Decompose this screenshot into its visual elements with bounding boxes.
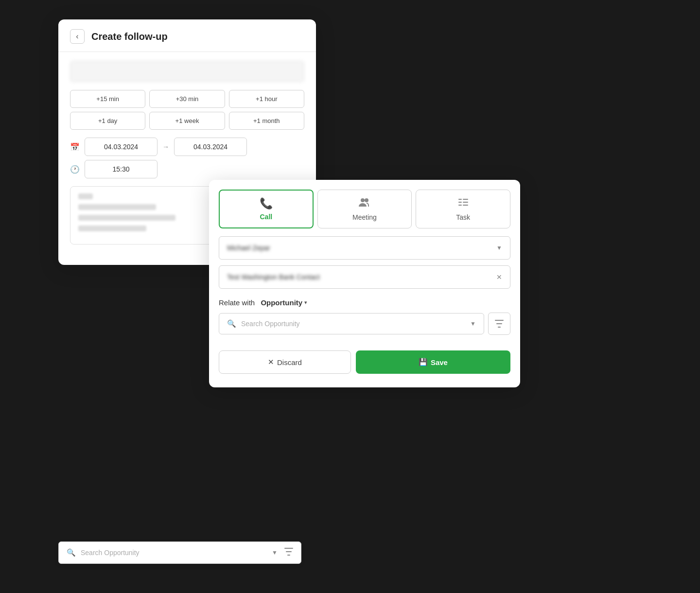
relate-type: Opportunity [261, 298, 302, 307]
tab-task[interactable]: Task [416, 190, 510, 228]
relate-with-text: Relate with [219, 298, 255, 307]
clock-icon: 🕐 [70, 165, 80, 174]
btn-30min[interactable]: +30 min [149, 90, 225, 108]
call-icon: 📞 [260, 197, 273, 210]
notes-line-4 [78, 226, 146, 231]
svg-rect-2 [458, 199, 462, 200]
tab-call[interactable]: 📞 Call [219, 190, 314, 228]
discard-button[interactable]: ✕ Discard [219, 350, 351, 374]
svg-rect-4 [458, 202, 462, 203]
relate-dropdown-arrow[interactable]: ▾ [304, 299, 307, 306]
contact-field[interactable]: Test Washington Bank Contact ✕ [219, 265, 510, 289]
tab-meeting[interactable]: Meeting [317, 190, 412, 228]
assignee-value: Michael Zepar [227, 244, 270, 252]
svg-rect-5 [463, 202, 468, 203]
btn-1week[interactable]: +1 week [149, 112, 225, 130]
discard-label: Discard [277, 358, 302, 366]
calendar-icon: 📅 [70, 142, 80, 152]
time-start[interactable]: 15:30 [85, 160, 158, 178]
tab-call-label: Call [260, 213, 272, 221]
notes-line-1 [78, 193, 93, 199]
search-opportunity-field[interactable]: 🔍 Search Opportunity ▼ [219, 313, 484, 334]
arrow-icon: → [162, 143, 169, 151]
discard-x-icon: ✕ [268, 358, 274, 366]
back-icon: ‹ [76, 32, 78, 41]
activity-modal: 📞 Call Meeting [209, 180, 520, 387]
clear-icon[interactable]: ✕ [496, 273, 502, 281]
bottom-filter-icon[interactable] [284, 548, 293, 558]
search-placeholder: Search Opportunity [241, 320, 300, 328]
btn-15min[interactable]: +15 min [70, 90, 145, 108]
search-icon: 🔍 [227, 319, 236, 328]
back-button[interactable]: ‹ [70, 29, 85, 44]
panel-title: Create follow-up [91, 31, 168, 42]
contact-field [70, 61, 304, 82]
save-label: Save [431, 358, 448, 366]
search-row: 🔍 Search Opportunity ▼ [219, 313, 510, 335]
svg-rect-7 [463, 205, 468, 206]
notes-line-3 [78, 215, 175, 221]
filter-button[interactable] [488, 313, 510, 335]
action-row: ✕ Discard 💾 Save [209, 343, 520, 376]
bottom-search-placeholder: Search Opportunity [81, 549, 267, 557]
svg-point-0 [361, 198, 365, 202]
svg-point-1 [365, 198, 368, 202]
form-section: Michael Zepar ▼ Test Washington Bank Con… [209, 236, 520, 289]
btn-1day[interactable]: +1 day [70, 112, 145, 130]
svg-rect-6 [458, 205, 462, 206]
chevron-down-icon: ▼ [496, 244, 502, 251]
date-row: 📅 04.03.2024 → 04.03.2024 [70, 138, 304, 156]
save-button[interactable]: 💾 Save [356, 350, 510, 374]
btn-1month[interactable]: +1 month [229, 112, 304, 130]
btn-1hour[interactable]: +1 hour [229, 90, 304, 108]
save-icon: 💾 [419, 358, 428, 366]
search-dropdown-icon[interactable]: ▼ [470, 320, 476, 327]
bottom-search-bar[interactable]: 🔍 Search Opportunity ▼ [58, 541, 301, 564]
task-icon [458, 197, 469, 210]
assignee-field[interactable]: Michael Zepar ▼ [219, 236, 510, 260]
activity-tabs: 📞 Call Meeting [209, 180, 520, 236]
time-row: 🕐 15:30 [70, 160, 304, 178]
tab-meeting-label: Meeting [352, 213, 377, 221]
contact-value: Test Washington Bank Contact [227, 273, 320, 281]
time-buttons-row2: +1 day +1 week +1 month [70, 112, 304, 130]
bottom-chevron-icon: ▼ [272, 549, 278, 556]
bottom-search-icon: 🔍 [67, 548, 76, 557]
svg-rect-3 [463, 199, 468, 200]
panel-header: ‹ Create follow-up [58, 19, 316, 52]
time-buttons-row1: +15 min +30 min +1 hour [70, 90, 304, 108]
notes-line-2 [78, 204, 156, 210]
date-start[interactable]: 04.03.2024 [85, 138, 158, 156]
relate-label: Relate with Opportunity ▾ [219, 298, 510, 307]
meeting-icon [359, 197, 370, 210]
relate-section: Relate with Opportunity ▾ 🔍 Search Oppor… [209, 296, 520, 343]
tab-task-label: Task [456, 213, 470, 221]
date-end[interactable]: 04.03.2024 [174, 138, 247, 156]
